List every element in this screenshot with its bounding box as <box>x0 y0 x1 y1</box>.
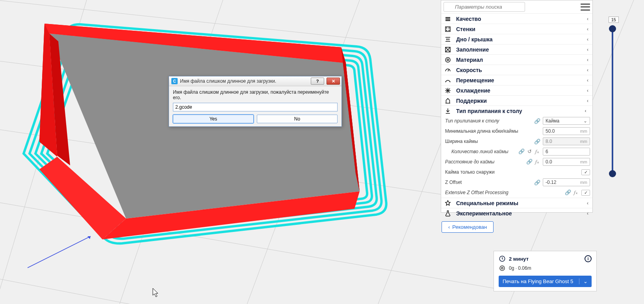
setting-type-select[interactable]: Кайма <box>543 117 590 125</box>
svg-point-48 <box>447 59 449 61</box>
chevron-icon: ‹ <box>587 26 588 32</box>
svg-point-41 <box>449 28 449 28</box>
category-quality[interactable]: Качество‹ <box>441 13 592 24</box>
svg-point-40 <box>446 28 447 28</box>
category-label: Заполнение <box>456 46 587 53</box>
setting-label: Тип прилипания к столу <box>444 118 534 124</box>
fx-icon[interactable]: 𝑓ₓ <box>534 148 540 155</box>
dialog-message: Имя файла слишком длинное для загрузки, … <box>173 89 338 100</box>
category-label: Охлаждение <box>456 87 587 94</box>
topbottom-icon <box>444 35 452 44</box>
layer-slider[interactable]: 15 <box>609 24 616 177</box>
travel-icon <box>444 76 452 85</box>
category-travel[interactable]: Перемещение‹ <box>441 75 592 85</box>
print-settings-panel: Качество‹Стенки‹Дно / крышка‹Заполнение‹… <box>441 0 593 213</box>
chevron-left-icon: ‹ <box>448 224 450 230</box>
special-icon <box>444 199 452 208</box>
setting-dist: Расстояние до каймы🔗𝑓ₓ0.0mm <box>441 157 592 167</box>
svg-rect-39 <box>445 27 450 32</box>
link-icon[interactable]: 🔗 <box>534 180 540 185</box>
svg-line-31 <box>28 236 91 268</box>
category-label: Поддержки <box>456 98 587 104</box>
setting-minlen-input[interactable]: 50.0mm <box>543 127 590 135</box>
setting-width-input[interactable]: 8.0mm <box>543 137 590 145</box>
setting-outside-checkbox[interactable] <box>581 169 590 175</box>
speed-icon <box>444 66 452 74</box>
chevron-icon: ‹ <box>587 98 588 104</box>
cooling-icon <box>444 86 452 95</box>
filename-input[interactable] <box>173 103 338 111</box>
settings-search-input[interactable] <box>444 2 525 12</box>
support-icon <box>444 96 452 105</box>
setting-label: Количество линий каймы <box>444 149 518 154</box>
dialog-titlebar[interactable]: C Имя файла слишком длинное для загрузки… <box>169 76 341 86</box>
category-label: Экспериментальное <box>456 210 587 217</box>
link-icon[interactable]: 🔗 <box>565 189 571 196</box>
chevron-down-icon[interactable]: ⌄ <box>579 278 588 284</box>
svg-line-49 <box>448 69 449 71</box>
print-info-panel: 2 минут i 0g · 0.06m Печать на Flying Be… <box>494 251 597 291</box>
setting-zoffset-input[interactable]: -0.12mm <box>543 178 590 186</box>
link-icon[interactable]: 🔗 <box>534 139 540 145</box>
app-icon: C <box>171 78 178 84</box>
print-button[interactable]: Печать на Flying Bear Ghost 5 ⌄ <box>499 276 592 287</box>
category-material[interactable]: Материал‹ <box>441 54 592 65</box>
chevron-icon: ‹ <box>587 88 588 93</box>
category-infill[interactable]: Заполнение‹ <box>441 44 592 54</box>
svg-rect-36 <box>445 17 450 18</box>
dialog-title: Имя файла слишком длинное для загрузки. <box>180 78 308 84</box>
setting-dist-input[interactable]: 0.0mm <box>543 158 590 166</box>
svg-line-4 <box>0 264 512 304</box>
slider-handle-bottom[interactable] <box>609 170 616 177</box>
close-button[interactable]: ✕ <box>327 78 340 85</box>
chevron-icon: ‹ <box>587 47 588 52</box>
category-adhesion[interactable]: Тип прилипания к столу⌄ <box>441 106 592 116</box>
print-button-label: Печать на Flying Bear Ghost 5 <box>503 278 573 284</box>
chevron-icon: ‹ <box>587 37 588 42</box>
settings-menu-button[interactable] <box>581 4 590 11</box>
link-icon[interactable]: 🔗 <box>518 148 525 155</box>
fx-icon[interactable]: 𝑓ₓ <box>534 159 540 165</box>
recommended-mode-button[interactable]: ‹ Рекомендован <box>442 221 494 233</box>
chevron-icon: ⌄ <box>584 109 589 113</box>
svg-point-43 <box>449 30 449 31</box>
category-label: Скорость <box>456 67 587 73</box>
help-button[interactable]: ? <box>311 78 324 85</box>
category-special[interactable]: Специальные режимы‹ <box>441 198 592 208</box>
category-topbottom[interactable]: Дно / крышка‹ <box>441 34 592 44</box>
material-icon <box>499 265 506 272</box>
chevron-icon: ‹ <box>587 78 588 83</box>
slider-handle-top[interactable] <box>609 25 616 32</box>
category-cooling[interactable]: Охлаждение‹ <box>441 85 592 95</box>
info-icon[interactable]: i <box>585 255 592 262</box>
link-icon[interactable]: 🔗 <box>526 159 533 165</box>
category-label: Стенки <box>456 26 587 32</box>
adhesion-icon <box>444 107 452 115</box>
setting-label: Расстояние до каймы <box>444 159 526 165</box>
svg-point-47 <box>445 57 450 62</box>
category-label: Перемещение <box>456 77 587 83</box>
fx-icon[interactable]: 𝑓ₓ <box>573 189 579 196</box>
rename-file-dialog: C Имя файла слишком длинное для загрузки… <box>169 76 342 127</box>
slider-track[interactable] <box>612 26 613 176</box>
setting-zoffset: Z Offset🔗-0.12mm <box>441 177 592 187</box>
yes-button[interactable]: Yes <box>173 115 254 123</box>
svg-point-58 <box>501 267 503 269</box>
layer-max-badge: 15 <box>609 17 619 23</box>
experiment-icon <box>444 209 452 218</box>
setting-type: Тип прилипания к столу🔗Кайма <box>441 116 592 126</box>
setting-lines-input[interactable]: 6 <box>543 148 590 156</box>
category-walls[interactable]: Стенки‹ <box>441 24 592 34</box>
quality-icon <box>444 15 452 23</box>
chevron-icon: ‹ <box>587 57 588 63</box>
category-support[interactable]: Поддержки‹ <box>441 95 592 106</box>
reset-icon[interactable]: ↺ <box>526 148 533 155</box>
category-speed[interactable]: Скорость‹ <box>441 65 592 75</box>
setting-extz-checkbox[interactable] <box>581 190 590 196</box>
link-icon[interactable]: 🔗 <box>534 118 540 124</box>
category-experiment[interactable]: Экспериментальное‹ <box>441 208 592 218</box>
print-time: 2 минут <box>509 256 529 262</box>
svg-point-57 <box>500 266 505 271</box>
no-button[interactable]: No <box>257 115 338 123</box>
chevron-icon: ‹ <box>587 211 588 216</box>
